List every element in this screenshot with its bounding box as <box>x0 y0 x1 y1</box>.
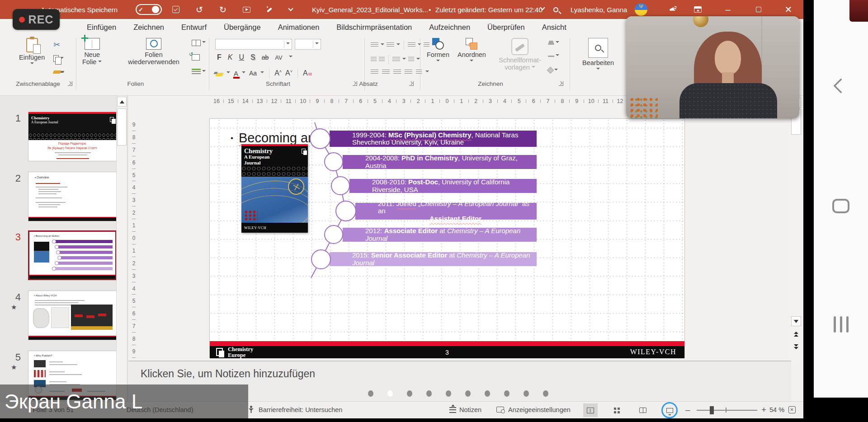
zoom-out-button[interactable]: – <box>685 405 690 415</box>
editing-button[interactable]: Bearbeiten <box>582 38 614 71</box>
notes-toggle-button[interactable]: Notizen <box>459 406 481 413</box>
slide-thumbnail-3-selected[interactable]: • Becoming an Editor <box>28 230 117 280</box>
last-modified-label[interactable]: Zuletzt geändert: Gestern um 22:40 <box>435 0 542 19</box>
bold-button[interactable]: F <box>217 53 222 61</box>
accessibility-label[interactable]: Barrierefreiheit: Untersuchen <box>259 406 342 413</box>
justify-icon[interactable] <box>405 70 412 75</box>
align-text-icon[interactable] <box>408 57 414 62</box>
drawing-dialog-launcher[interactable] <box>559 81 563 86</box>
shape-outline-button[interactable] <box>548 54 559 58</box>
ribbon-tab-entwurf[interactable]: Entwurf <box>181 23 207 32</box>
journal-cover-image[interactable]: Chemistry A European Journal WILEY-VCH <box>241 144 308 233</box>
scroll-down-button[interactable] <box>791 316 801 326</box>
avatar[interactable]: Ψ <box>635 3 647 16</box>
numbered-list-icon[interactable] <box>387 42 394 48</box>
video-tile-sliver[interactable] <box>849 0 868 22</box>
zoom-in-button[interactable]: + <box>761 405 766 415</box>
search-button[interactable] <box>551 5 561 14</box>
paste-button[interactable]: Einfügen <box>19 38 45 66</box>
line-spacing-icon[interactable] <box>408 42 415 48</box>
increase-indent-icon[interactable] <box>379 57 385 62</box>
zoom-percentage[interactable]: 54 % <box>769 406 784 413</box>
zoom-slider-track[interactable] <box>697 410 757 411</box>
font-size-combo[interactable] <box>295 39 321 50</box>
cut-button[interactable]: ✂ <box>53 41 60 49</box>
fit-to-window-icon[interactable] <box>788 406 796 413</box>
slide-layout-button[interactable] <box>192 40 206 46</box>
columns-icon[interactable] <box>392 57 400 62</box>
reading-view-button[interactable] <box>636 403 650 417</box>
arrange-button[interactable]: Anordnen <box>458 38 486 63</box>
italic-button[interactable]: K <box>228 53 233 61</box>
reuse-slides-button[interactable]: Folien wiederverwenden <box>118 38 189 66</box>
ribbon-display-options-button[interactable] <box>693 5 703 14</box>
ribbon-tab-übergänge[interactable]: Übergänge <box>224 23 261 32</box>
ribbon-tab-bildschirmpräsentation[interactable]: Bildschirmpräsentation <box>336 23 412 32</box>
bullet-list-icon[interactable] <box>371 42 378 48</box>
decrease-indent-icon[interactable] <box>371 57 377 62</box>
ribbon-tab-animationen[interactable]: Animationen <box>278 23 320 32</box>
redo-button[interactable]: ↻ <box>218 5 228 14</box>
text-shadow-button[interactable]: S <box>250 53 255 61</box>
zoom-slider-thumb[interactable] <box>710 406 714 414</box>
section-button[interactable] <box>192 69 206 75</box>
reset-slide-button[interactable] <box>192 54 200 61</box>
participant-video[interactable] <box>626 16 799 118</box>
clipboard-dialog-launcher[interactable] <box>68 81 72 86</box>
grow-font-button[interactable]: A˄ <box>274 69 282 77</box>
ribbon-tab-ansicht[interactable]: Ansicht <box>542 23 566 32</box>
normal-view-button[interactable] <box>583 403 598 417</box>
shrink-font-button[interactable]: A˅ <box>285 69 292 77</box>
clear-formatting-button[interactable]: A <box>303 69 312 77</box>
scrollbar-thumb[interactable] <box>117 108 127 145</box>
slide-thumbnail-2[interactable]: • Overview <box>28 172 117 221</box>
highlight-color-icon[interactable] <box>215 73 224 76</box>
quick-access-more-button[interactable] <box>286 5 296 14</box>
copy-button[interactable] <box>53 55 64 62</box>
undo-button[interactable]: ↺ <box>194 5 204 14</box>
back-button[interactable] <box>814 80 868 91</box>
draw-touch-button[interactable] <box>264 5 274 14</box>
change-case-button[interactable]: Aa <box>249 70 257 77</box>
notes-placeholder[interactable]: Klicken Sie, um Notizen hinzuzufügen <box>141 368 315 380</box>
start-presentation-button[interactable] <box>241 5 251 14</box>
ribbon-tab-einfügen[interactable]: Einfügen <box>87 23 116 32</box>
new-slide-button[interactable]: Neue Folie <box>82 38 102 66</box>
shapes-button[interactable]: Formen <box>427 38 449 63</box>
format-painter-button[interactable] <box>53 70 61 74</box>
user-name[interactable]: Lyashenko, Ganna <box>571 0 627 19</box>
character-spacing-button[interactable]: AV <box>275 54 282 61</box>
ruler-mark: 11 <box>599 97 613 106</box>
ribbon-tab-überprüfen[interactable]: Überprüfen <box>487 23 525 32</box>
align-left-icon[interactable] <box>371 70 378 75</box>
recents-button[interactable] <box>814 316 868 333</box>
previous-slide-button[interactable] <box>791 329 801 339</box>
feedback-button[interactable] <box>668 5 678 14</box>
slide-canvas[interactable]: • Becoming an Editor Chemistry A Europea… <box>209 118 685 358</box>
ribbon-tab-zeichnen[interactable]: Zeichnen <box>133 23 164 32</box>
document-title[interactable]: Kyiv_General_2023_Editorial_Works... <box>312 0 428 19</box>
display-settings-button[interactable]: Anzeigeeinstellungen <box>508 406 571 413</box>
ribbon-tab-aufzeichnen[interactable]: Aufzeichnen <box>429 23 470 32</box>
paragraph-dialog-launcher[interactable] <box>409 81 414 86</box>
next-slide-button[interactable] <box>791 342 801 352</box>
strikethrough-button[interactable]: ab <box>262 54 269 61</box>
align-center-icon[interactable] <box>382 70 390 75</box>
slide-scrollbar[interactable] <box>791 98 802 362</box>
shape-effects-button[interactable] <box>548 68 558 73</box>
font-color-button[interactable]: A <box>234 70 238 77</box>
slide-thumbnail-4[interactable]: • About Wiley-VCH <box>28 291 117 340</box>
autosave-toggle[interactable]: ✓ <box>136 4 162 15</box>
slide-thumbnail-1[interactable]: Chemistry A European Journal Поради Реда… <box>28 112 117 161</box>
smartart-convert-icon[interactable] <box>416 70 422 75</box>
slide-sorter-view-button[interactable] <box>609 403 624 417</box>
underline-button[interactable]: U <box>239 53 244 61</box>
shape-fill-button[interactable] <box>548 41 559 45</box>
thumbnail-scrollbar[interactable] <box>116 96 127 418</box>
font-name-combo[interactable] <box>215 39 292 50</box>
home-button[interactable] <box>814 199 868 213</box>
align-right-icon[interactable] <box>393 70 401 75</box>
save-button[interactable] <box>171 5 181 14</box>
slideshow-view-button[interactable] <box>663 403 676 417</box>
scroll-up-button[interactable] <box>117 97 127 107</box>
